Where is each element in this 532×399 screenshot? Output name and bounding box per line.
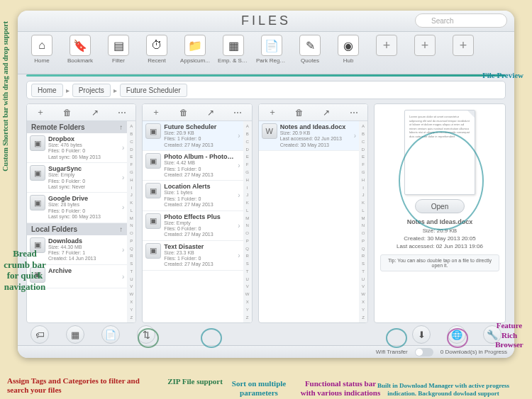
toolbar-home[interactable]: ⌂Home	[26, 35, 57, 64]
col1-list[interactable]: Remote Folders↑▣ Dropbox Size: 476 bytes…	[27, 121, 127, 322]
index-letter[interactable]: Y	[130, 308, 133, 312]
index-letter[interactable]: P	[246, 239, 249, 243]
index-letter[interactable]: W	[129, 292, 133, 296]
index-letter[interactable]: U	[130, 277, 133, 281]
index-letter[interactable]: B	[246, 132, 249, 136]
index-letter[interactable]: P	[130, 239, 133, 243]
list-item[interactable]: ▣ Text Disaster Size: 23.3 KBFiles: 1 Fo…	[143, 241, 243, 271]
index-letter[interactable]: F	[246, 162, 249, 167]
add-icon[interactable]: ＋	[266, 106, 279, 118]
delete-icon[interactable]: 🗑	[177, 108, 190, 118]
index-letter[interactable]: X	[130, 300, 133, 304]
index-letter[interactable]: F	[130, 162, 133, 167]
add-icon[interactable]: ＋	[34, 106, 47, 118]
share-icon[interactable]: ↗	[204, 108, 217, 118]
index-letter[interactable]: V	[362, 284, 365, 288]
index-letter[interactable]: G	[245, 170, 249, 174]
index-letter[interactable]: L	[362, 208, 364, 213]
index-letter[interactable]: W	[245, 292, 250, 296]
share-icon[interactable]: ↗	[320, 108, 333, 118]
add-icon[interactable]: ＋	[150, 106, 162, 118]
toolbar-add-slot[interactable]: +	[409, 35, 440, 56]
sort-icon[interactable]: ⇅	[137, 325, 155, 344]
col2-index[interactable]: ABCDEFGHIJKLMNOPQRSTUVWXYZ	[243, 121, 252, 322]
list-item[interactable]: W Notes and Ideas.docx Size: 20.9 KBLast…	[259, 121, 359, 151]
index-letter[interactable]: M	[361, 216, 365, 220]
index-letter[interactable]: Z	[362, 315, 365, 320]
zip-icon[interactable]: 📄	[101, 325, 120, 344]
index-letter[interactable]: E	[362, 154, 365, 159]
index-letter[interactable]: O	[130, 231, 133, 235]
wifi-switch[interactable]	[415, 348, 433, 356]
index-letter[interactable]: N	[245, 223, 248, 227]
index-letter[interactable]: H	[130, 178, 133, 182]
more-icon[interactable]: ⋯	[231, 108, 244, 118]
index-letter[interactable]: U	[245, 277, 248, 281]
toolbar-parkrege[interactable]: 📄Park Rege...	[256, 35, 287, 64]
tag-icon[interactable]: 🏷	[31, 325, 49, 344]
index-letter[interactable]: O	[245, 231, 249, 235]
section-header[interactable]: Local Folders↑	[27, 223, 127, 235]
list-item[interactable]: ▣ Future Scheduler Size: 20.9 KBFiles: 1…	[143, 121, 243, 151]
index-letter[interactable]: H	[362, 178, 365, 182]
index-letter[interactable]: U	[362, 277, 365, 281]
index-letter[interactable]: G	[362, 170, 365, 174]
list-item[interactable]: ▣ Photo Album - Photobook Size: 4.42 MBF…	[143, 151, 243, 181]
index-letter[interactable]: B	[362, 132, 365, 136]
index-letter[interactable]: I	[247, 186, 248, 190]
col2-list[interactable]: ▣ Future Scheduler Size: 20.9 KBFiles: 1…	[143, 121, 243, 322]
index-letter[interactable]: E	[130, 154, 133, 159]
index-letter[interactable]: W	[361, 292, 365, 296]
index-letter[interactable]: D	[130, 147, 133, 152]
index-letter[interactable]: P	[362, 239, 365, 243]
index-letter[interactable]: K	[362, 201, 365, 205]
index-letter[interactable]: M	[245, 216, 249, 220]
share-icon[interactable]: ↗	[89, 108, 101, 118]
index-letter[interactable]: L	[246, 208, 248, 213]
index-letter[interactable]: Z	[246, 315, 249, 320]
search-input[interactable]	[415, 13, 507, 28]
browser-icon[interactable]: 🌐	[448, 325, 466, 344]
index-letter[interactable]: J	[131, 193, 133, 197]
index-letter[interactable]: J	[246, 193, 248, 197]
breadcrumb-seg[interactable]: Future Scheduler	[120, 84, 187, 97]
more-icon[interactable]: ⋯	[116, 108, 128, 118]
section-header[interactable]: Remote Folders↑	[27, 121, 127, 133]
open-button[interactable]: Open	[415, 199, 465, 213]
index-letter[interactable]: X	[362, 300, 365, 304]
breadcrumb-seg[interactable]: Home	[31, 84, 63, 97]
index-letter[interactable]: I	[362, 186, 364, 190]
grid-icon[interactable]: ▦	[66, 325, 84, 344]
index-letter[interactable]: C	[362, 140, 365, 144]
index-letter[interactable]: Q	[245, 247, 249, 251]
index-letter[interactable]: L	[131, 208, 133, 213]
toolbar-appsicum[interactable]: 📁Appsicum...	[179, 35, 211, 64]
index-letter[interactable]: G	[130, 170, 133, 174]
index-letter[interactable]: N	[362, 223, 365, 227]
list-item[interactable]: ▣ SugarSync Size: EmptyFiles: 0 Folder: …	[27, 163, 127, 193]
toolbar-add-slot[interactable]: +	[371, 35, 402, 56]
toolbar-hub[interactable]: ◉Hub	[333, 35, 364, 64]
more-icon[interactable]: ⋯	[348, 108, 360, 118]
index-letter[interactable]: O	[362, 231, 365, 235]
delete-icon[interactable]: 🗑	[61, 108, 74, 118]
index-letter[interactable]: B	[130, 132, 133, 136]
index-letter[interactable]: F	[362, 162, 365, 167]
list-item[interactable]: ▣ Location Alerts Size: 1 bytesFiles: 1 …	[143, 181, 243, 210]
index-letter[interactable]: N	[130, 223, 133, 227]
list-item[interactable]: ▣ Photo Effects Plus Size: EmptyFiles: 0…	[143, 211, 243, 241]
index-letter[interactable]: C	[245, 140, 248, 144]
index-letter[interactable]: I	[131, 186, 132, 190]
index-letter[interactable]: H	[245, 178, 248, 182]
index-letter[interactable]: E	[246, 154, 249, 159]
index-letter[interactable]: K	[130, 201, 133, 205]
index-letter[interactable]: Y	[246, 308, 249, 312]
index-letter[interactable]: S	[246, 262, 249, 266]
index-letter[interactable]: T	[362, 269, 365, 274]
toolbar-recent[interactable]: ⏱Recent	[141, 35, 172, 64]
index-letter[interactable]: T	[130, 269, 133, 274]
toolbar-add-slot[interactable]: +	[448, 35, 479, 56]
index-letter[interactable]: A	[246, 124, 249, 128]
list-item[interactable]: ▣ Dropbox Size: 476 bytesFiles: 0 Folder…	[27, 133, 127, 163]
index-letter[interactable]: C	[130, 140, 133, 144]
